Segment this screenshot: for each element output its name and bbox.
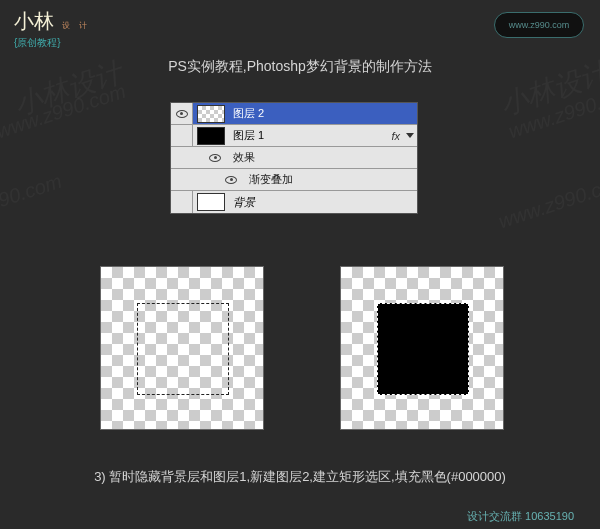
visibility-toggle[interactable] <box>171 125 193 146</box>
watermark: www.z990.com <box>495 170 600 233</box>
watermark: www.z990.com <box>0 170 65 233</box>
effect-item-row[interactable]: 渐变叠加 <box>171 169 417 191</box>
step-caption: 3) 暂时隐藏背景层和图层1,新建图层2,建立矩形选区,填充黑色(#000000… <box>0 468 600 486</box>
filled-selection <box>377 303 469 395</box>
fx-badge: fx <box>391 130 400 142</box>
chevron-down-icon[interactable] <box>406 133 414 138</box>
watermark: www.z990.com <box>505 80 600 143</box>
effects-row[interactable]: 效果 <box>171 147 417 169</box>
page-title: PS实例教程,Photoshp梦幻背景的制作方法 <box>0 58 600 76</box>
preview-canvas-right <box>340 266 504 430</box>
effect-item-label: 渐变叠加 <box>249 172 293 187</box>
watermark: www.z990.com <box>0 80 129 143</box>
layer-row-background[interactable]: 背景 <box>171 191 417 213</box>
layer-row-layer2[interactable]: 图层 2 <box>171 103 417 125</box>
effects-label: 效果 <box>233 150 255 165</box>
visibility-toggle[interactable] <box>171 191 193 213</box>
selection-marquee <box>137 303 229 395</box>
layer-row-layer1[interactable]: 图层 1 fx <box>171 125 417 147</box>
layer-name: 图层 2 <box>233 106 417 121</box>
preview-canvas-left <box>100 266 264 430</box>
logo-main: 小林 <box>14 10 54 32</box>
footer-text: 设计交流群 10635190 <box>467 509 574 524</box>
layer-thumbnail <box>197 193 225 211</box>
layer-thumbnail <box>197 127 225 145</box>
url-cloud: www.z990.com <box>494 12 584 38</box>
eye-icon <box>176 110 188 118</box>
eye-icon[interactable] <box>209 154 221 162</box>
logo: 小林 设 计 {原创教程} <box>14 8 124 54</box>
layers-panel: 图层 2 图层 1 fx 效果 渐变叠加 背景 <box>170 102 418 214</box>
visibility-toggle[interactable] <box>171 103 193 124</box>
layer-name: 背景 <box>233 195 417 210</box>
logo-sub: 设 计 <box>62 21 89 30</box>
layer-thumbnail <box>197 105 225 123</box>
logo-bottom: {原创教程} <box>14 36 124 50</box>
eye-icon[interactable] <box>225 176 237 184</box>
layer-name: 图层 1 <box>233 128 391 143</box>
